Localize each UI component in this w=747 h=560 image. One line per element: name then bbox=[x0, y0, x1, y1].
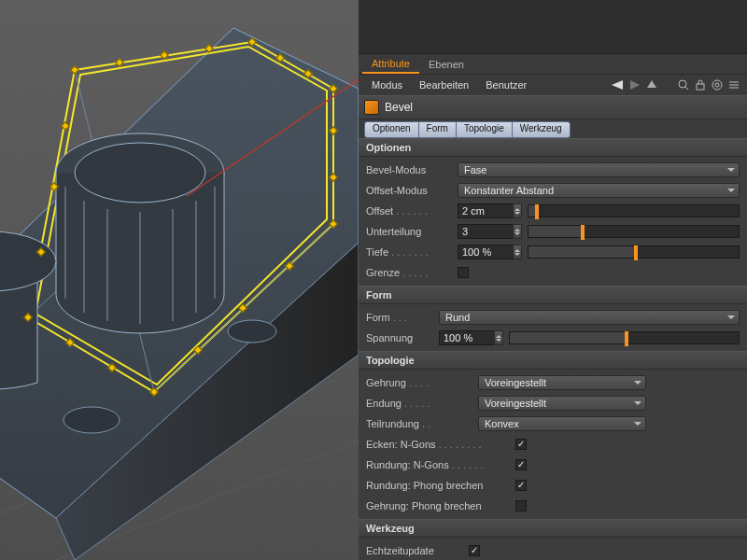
label-rundung-ngons: Rundung: N-Gons . . . . . . bbox=[366, 459, 515, 470]
label-rundung-phong: Rundung: Phong brechen bbox=[366, 480, 515, 491]
field-offset[interactable]: 2 cm bbox=[458, 203, 514, 218]
panel-menu: Modus Bearbeiten Benutzer bbox=[359, 75, 747, 95]
section-topologie: Topologie bbox=[359, 351, 747, 370]
tab-ebenen[interactable]: Ebenen bbox=[419, 56, 473, 73]
label-bevel-modus: Bevel-Modus bbox=[366, 164, 458, 175]
mode-form[interactable]: Form bbox=[418, 121, 457, 138]
spinner-unterteilung[interactable] bbox=[513, 224, 522, 239]
mode-topologie[interactable]: Topologie bbox=[456, 121, 513, 138]
nav-fwd-icon[interactable] bbox=[627, 78, 642, 91]
menu-modus[interactable]: Modus bbox=[364, 77, 410, 92]
svg-point-30 bbox=[715, 83, 719, 87]
slider-offset[interactable] bbox=[528, 204, 740, 217]
label-teilrundung: Teilrundung . . bbox=[366, 418, 478, 429]
dropdown-endung[interactable]: Voreingestellt bbox=[478, 396, 646, 411]
slider-spannung[interactable] bbox=[509, 331, 740, 344]
label-unterteilung: Unterteilung bbox=[366, 226, 458, 237]
attribute-panel: Attribute Ebenen Modus Bearbeiten Benutz… bbox=[359, 0, 747, 560]
tool-name: Bevel bbox=[385, 101, 413, 114]
dropdown-form[interactable]: Rund bbox=[439, 310, 740, 325]
svg-point-21 bbox=[228, 320, 276, 343]
field-unterteilung[interactable]: 3 bbox=[458, 224, 514, 239]
label-form: Form . . . bbox=[366, 312, 439, 323]
checkbox-rundung-phong[interactable] bbox=[515, 480, 527, 491]
dropdown-teilrundung[interactable]: Konvex bbox=[478, 416, 646, 431]
panel-top-spacer bbox=[359, 0, 747, 54]
svg-point-26 bbox=[679, 80, 686, 88]
label-spannung: Spannung bbox=[366, 332, 439, 343]
slider-unterteilung[interactable] bbox=[528, 225, 740, 238]
dropdown-bevel-modus[interactable]: Fase bbox=[458, 162, 740, 177]
tool-header: Bevel bbox=[359, 95, 747, 119]
label-tiefe: Tiefe . . . . . . . bbox=[366, 246, 458, 258]
dropdown-gehrung[interactable]: Voreingestellt bbox=[478, 375, 646, 390]
svg-point-29 bbox=[712, 80, 722, 90]
section-form: Form bbox=[359, 286, 747, 304]
label-ecken-ngons: Ecken: N-Gons . . . . . . . . bbox=[366, 439, 515, 450]
label-gehrung: Gehrung . . . . bbox=[366, 377, 478, 388]
field-tiefe[interactable]: 100 % bbox=[458, 245, 514, 259]
slider-tiefe[interactable] bbox=[528, 245, 740, 259]
svg-marker-23 bbox=[612, 80, 623, 90]
lock-icon[interactable] bbox=[693, 78, 708, 91]
svg-point-11 bbox=[75, 143, 205, 203]
panel-tabs: Attribute Ebenen bbox=[359, 54, 747, 75]
spinner-offset[interactable] bbox=[513, 203, 522, 218]
checkbox-rundung-ngons[interactable] bbox=[515, 459, 527, 470]
section-werkzeug: Werkzeug bbox=[359, 519, 747, 538]
search-icon[interactable] bbox=[676, 78, 691, 91]
mode-optionen[interactable]: Optionen bbox=[364, 121, 419, 138]
svg-point-20 bbox=[63, 407, 120, 433]
nav-up-icon[interactable] bbox=[644, 78, 659, 91]
label-grenze: Grenze . . . . . bbox=[366, 267, 458, 278]
tab-attribute[interactable]: Attribute bbox=[362, 55, 419, 74]
checkbox-grenze[interactable] bbox=[458, 267, 469, 278]
spinner-tiefe[interactable] bbox=[513, 245, 522, 259]
menu-icon[interactable] bbox=[726, 78, 741, 91]
menu-bearbeiten[interactable]: Bearbeiten bbox=[412, 77, 476, 92]
svg-rect-28 bbox=[697, 84, 704, 90]
label-echtzeit: Echtzeitupdate bbox=[366, 545, 469, 556]
bevel-tool-icon bbox=[364, 100, 379, 115]
svg-marker-25 bbox=[647, 80, 656, 88]
checkbox-ecken-ngons[interactable] bbox=[515, 439, 527, 450]
target-icon[interactable] bbox=[710, 78, 725, 91]
checkbox-echtzeit[interactable] bbox=[469, 545, 480, 556]
mode-tabs: Optionen Form Topologie Werkzeug bbox=[359, 119, 747, 138]
checkbox-gehrung-phong[interactable] bbox=[515, 500, 527, 511]
viewport-3d[interactable] bbox=[0, 0, 359, 560]
section-optionen: Optionen bbox=[359, 138, 747, 157]
label-endung: Endung . . . . . bbox=[366, 398, 478, 409]
field-spannung[interactable]: 100 % bbox=[439, 330, 495, 345]
dropdown-offset-modus[interactable]: Konstanter Abstand bbox=[458, 183, 740, 198]
svg-marker-24 bbox=[630, 80, 640, 90]
nav-back-icon[interactable] bbox=[611, 78, 626, 91]
label-offset-modus: Offset-Modus bbox=[366, 185, 458, 196]
menu-benutzer[interactable]: Benutzer bbox=[478, 77, 534, 92]
label-gehrung-phong: Gehrung: Phong brechen bbox=[366, 500, 515, 511]
svg-line-27 bbox=[685, 87, 688, 90]
label-offset: Offset . . . . . . bbox=[366, 205, 458, 217]
spinner-spannung[interactable] bbox=[494, 330, 503, 345]
mode-werkzeug[interactable]: Werkzeug bbox=[512, 121, 571, 138]
